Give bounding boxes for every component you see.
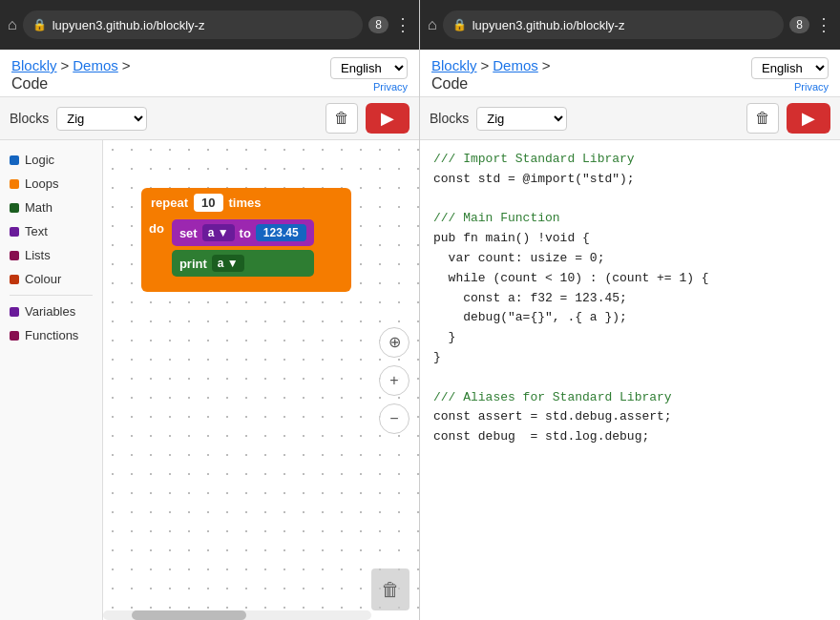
left-page-title: Code [11, 75, 131, 93]
right-url-bar[interactable]: 🔒 lupyuen3.github.io/blockly-z [443, 10, 785, 39]
right-url-text: lupyuen3.github.io/blockly-z [472, 18, 625, 32]
code-line: /// Main Function [433, 209, 827, 229]
left-main-content: Logic Loops Math Text Lists [0, 140, 419, 620]
repeat-num[interactable]: 10 [194, 194, 222, 212]
print-block[interactable]: print a ▼ [172, 250, 314, 277]
print-var-pill[interactable]: a ▼ [212, 255, 244, 272]
left-toolbar: Blocks Zig JavaScript Python 🗑 ▶ [0, 96, 419, 140]
right-browser-bar: ⌂ 🔒 lupyuen3.github.io/blockly-z 8 ⋮ [420, 0, 840, 50]
left-url-text: lupyuen3.github.io/blockly-z [52, 18, 205, 32]
code-line [433, 368, 827, 388]
sidebar-label-math: Math [25, 200, 52, 215]
right-breadcrumb-sep2: > [542, 57, 551, 73]
left-trash-button[interactable]: 🗑 [326, 103, 358, 134]
repeat-label: repeat [151, 196, 188, 210]
right-toolbar: Blocks Zig JavaScript Python 🗑 ▶ [420, 96, 840, 140]
left-run-button[interactable]: ▶ [366, 103, 410, 134]
variables-dot [10, 307, 19, 317]
logic-dot [10, 155, 19, 165]
code-line: const debug = std.log.debug; [433, 427, 827, 447]
left-header: Blockly > Demos > Code English Español P… [0, 50, 419, 96]
right-panel: ⌂ 🔒 lupyuen3.github.io/blockly-z 8 ⋮ Blo… [420, 0, 840, 620]
right-blocks-label: Blocks [430, 111, 469, 126]
left-url-bar[interactable]: 🔒 lupyuen3.github.io/blockly-z [23, 10, 364, 39]
left-lock-icon: 🔒 [32, 18, 47, 31]
left-menu-icon[interactable]: ⋮ [394, 14, 411, 35]
right-privacy-link[interactable]: Privacy [794, 81, 829, 93]
zoom-in-btn[interactable]: + [379, 365, 410, 396]
left-lang-select[interactable]: English Español [330, 57, 408, 79]
left-browser-bar: ⌂ 🔒 lupyuen3.github.io/blockly-z 8 ⋮ [0, 0, 419, 50]
sidebar-item-logic[interactable]: Logic [0, 148, 102, 172]
code-line [433, 190, 827, 210]
left-lang-toolbar-select[interactable]: Zig JavaScript Python [56, 107, 147, 131]
right-home-icon[interactable]: ⌂ [428, 16, 437, 33]
zoom-out-btn[interactable]: − [379, 403, 410, 434]
left-panel: ⌂ 🔒 lupyuen3.github.io/blockly-z 8 ⋮ Blo… [0, 0, 420, 620]
do-label: do [149, 217, 168, 236]
val-input[interactable]: 123.45 [256, 224, 306, 241]
right-header: Blockly > Demos > Code English Español P… [420, 50, 840, 96]
right-trash-button[interactable]: 🗑 [746, 103, 779, 134]
sidebar-label-functions: Functions [25, 328, 78, 342]
repeat-block[interactable]: repeat 10 times do set a ▼ to [141, 188, 351, 292]
right-run-button[interactable]: ▶ [787, 103, 830, 134]
center-btn[interactable]: ⊕ [379, 327, 410, 358]
set-block[interactable]: set a ▼ to 123.45 [172, 219, 314, 246]
left-sidebar: Logic Loops Math Text Lists [0, 140, 103, 620]
code-line: const std = @import("std"); [433, 170, 827, 190]
left-home-icon[interactable]: ⌂ [8, 16, 17, 33]
scrollbar-thumb [132, 610, 246, 620]
right-breadcrumb: Blockly > Demos > [431, 57, 551, 73]
sidebar-item-variables[interactable]: Variables [0, 300, 102, 323]
left-breadcrumb-demos[interactable]: Demos [73, 57, 118, 73]
var-a-pill[interactable]: a ▼ [202, 224, 235, 241]
sidebar-item-lists[interactable]: Lists [0, 243, 102, 267]
horizontal-scrollbar[interactable] [103, 610, 371, 620]
text-dot [10, 227, 19, 237]
code-line: const assert = std.debug.assert; [433, 407, 827, 427]
left-privacy-link[interactable]: Privacy [373, 81, 408, 93]
sidebar-label-lists: Lists [25, 248, 51, 262]
workspace-trash[interactable]: 🗑 [371, 568, 410, 610]
right-lock-icon: 🔒 [452, 18, 467, 31]
sidebar-label-logic: Logic [25, 153, 54, 167]
code-panel: /// Import Standard Libraryconst std = @… [420, 140, 840, 620]
right-breadcrumb-sep1: > [481, 57, 490, 73]
right-lang-toolbar-select[interactable]: Zig JavaScript Python [476, 107, 567, 131]
sidebar-item-math[interactable]: Math [0, 196, 102, 219]
sidebar-item-colour[interactable]: Colour [0, 267, 102, 291]
right-tab-badge[interactable]: 8 [789, 16, 809, 33]
sidebar-item-functions[interactable]: Functions [0, 323, 102, 347]
left-breadcrumb-sep1: > [61, 57, 70, 73]
right-breadcrumb-demos[interactable]: Demos [493, 57, 538, 73]
block-footer [141, 280, 351, 292]
times-label: times [229, 196, 262, 210]
left-lang-container: English Español Privacy [330, 57, 408, 93]
left-blocks-label: Blocks [10, 111, 49, 126]
lists-dot [10, 251, 19, 260]
right-page-title: Code [431, 75, 551, 93]
print-label: print [179, 257, 207, 271]
code-line: } [433, 348, 827, 368]
to-label: to [240, 226, 251, 240]
left-breadcrumb-blockly[interactable]: Blockly [11, 57, 57, 73]
right-lang-select[interactable]: English Español [751, 57, 829, 79]
code-line: var count: usize = 0; [433, 249, 827, 269]
math-dot [10, 203, 19, 213]
code-line: } [433, 328, 827, 348]
sidebar-item-text[interactable]: Text [0, 219, 102, 243]
sidebar-item-loops[interactable]: Loops [0, 172, 102, 196]
right-breadcrumb-blockly[interactable]: Blockly [431, 57, 477, 73]
left-workspace[interactable]: repeat 10 times do set a ▼ to [103, 140, 419, 620]
colour-dot [10, 275, 19, 284]
right-menu-icon[interactable]: ⋮ [815, 14, 832, 35]
code-line: pub fn main() !void { [433, 229, 827, 249]
sidebar-label-colour: Colour [25, 272, 61, 286]
blocks-area: repeat 10 times do set a ▼ to [141, 188, 351, 292]
code-line: /// Import Standard Library [433, 150, 827, 170]
right-lang-container: English Español Privacy [751, 57, 829, 93]
sidebar-divider [10, 295, 93, 296]
sidebar-label-text: Text [25, 224, 48, 238]
left-tab-badge[interactable]: 8 [368, 16, 388, 33]
